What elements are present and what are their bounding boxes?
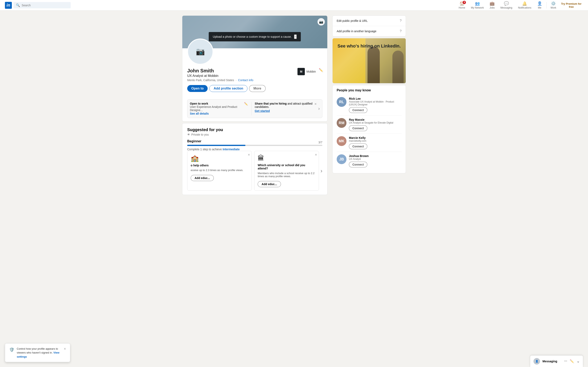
more-button[interactable]: More	[249, 85, 265, 92]
person-info-rick-lee: Rick Lee Associate UX Analyst at Mobbin …	[349, 97, 402, 113]
contact-info-link[interactable]: Contact info	[238, 78, 253, 82]
ad-text: See who's hiring on LinkedIn.	[333, 38, 406, 54]
avatar-camera-icon: 📷	[196, 47, 205, 56]
sidebar-edit-profile-item[interactable]: Edit public profile & URL ?	[333, 16, 406, 26]
add-profile-section-button[interactable]: Add profile section	[209, 85, 247, 92]
connect-button-ray-massie[interactable]: Connect	[349, 125, 367, 131]
nav-premium[interactable]: Try Premium for free	[559, 2, 583, 8]
progress-achieve-text: Complete 1 step to achieve Intermediate	[187, 148, 322, 151]
cover-camera-button[interactable]: 📷	[318, 18, 325, 25]
open-to-button[interactable]: Open to	[187, 85, 208, 92]
nav-notifications[interactable]: 🔔 Notifications	[516, 0, 534, 11]
person-row-ray-massie: RM Ray Massie UX Analyst at Seagate for …	[337, 116, 402, 134]
suggestion-card-2-title: Which university or school did you atten…	[258, 164, 315, 170]
person-row-rick-lee: RL Rick Lee Associate UX Analyst at Mobb…	[337, 95, 402, 116]
person-avatar-ray-massie: RM	[337, 118, 346, 128]
avatar: 📷	[187, 39, 213, 65]
notifications-icon: 🔔	[522, 1, 527, 6]
person-name-marcie-kelly: Marcie Kelly	[349, 136, 402, 140]
profile-card: Upload a photo or choose a custom image …	[182, 16, 328, 122]
open-to-work-banner: ✏️ Open to work User Experience Analyst …	[187, 99, 322, 118]
nav-messaging[interactable]: 💬 Messaging	[498, 0, 515, 11]
sidebar-profile-links-card: Edit public profile & URL ? Add profile …	[332, 16, 406, 36]
suggestion-cards-row: 🏫 × o help others eceive up to 2.3 times…	[187, 151, 319, 191]
connect-button-rick-lee[interactable]: Connect	[349, 107, 367, 113]
get-started-link[interactable]: Get started	[255, 109, 313, 113]
share-hiring-text: Share that you're hiring and attract qua…	[255, 102, 313, 108]
messaging-compose-icon[interactable]: ✏️	[570, 359, 574, 364]
toast-close-button[interactable]: ×	[64, 347, 66, 351]
people-know-section: People you may know RL Rick Lee Associat…	[333, 85, 406, 173]
sidebar-add-language-label: Add profile in another language	[337, 30, 376, 33]
profile-actions: Open to Add profile section More	[187, 85, 322, 92]
suggestion-card-1-title: o help others	[191, 164, 248, 167]
banner-next-arrow[interactable]: ›	[318, 106, 320, 111]
sidebar-edit-profile-help-icon: ?	[400, 19, 402, 23]
suggestion-card-2-add-button[interactable]: Add educ...	[258, 181, 281, 187]
profile-edit-button[interactable]: ✏️	[319, 68, 323, 72]
connect-button-marcie-kelly[interactable]: Connect	[349, 143, 367, 149]
connect-button-joshua-brown[interactable]: Connect	[349, 162, 367, 167]
people-know-title: People you may know	[337, 89, 402, 92]
suggested-title: Suggested for you	[187, 127, 322, 132]
person-avatar-rick-lee: RL	[337, 97, 346, 107]
messaging-label: Messaging	[543, 360, 562, 363]
nav-work[interactable]: ⚙️ Work	[548, 0, 559, 11]
toast-text: Control how your profile appears to view…	[17, 347, 61, 359]
nav-home[interactable]: 🏠 8 Home	[456, 0, 467, 11]
suggestion-card-1-close-button[interactable]: ×	[248, 153, 250, 157]
messaging-actions: ··· ✏️ ⌄	[564, 359, 580, 364]
messaging-bar[interactable]: 👤 Messaging ··· ✏️ ⌄	[530, 355, 583, 367]
me-icon: 👤	[537, 1, 542, 6]
intermediate-link[interactable]: Intermediate	[223, 148, 240, 151]
person-avatar-marcie-kelly: MK	[337, 136, 346, 146]
linkedin-logo[interactable]: in	[5, 2, 12, 9]
open-to-work-subtitle: User Experience Analyst and Product Desi…	[190, 105, 248, 112]
person-title-ray-massie: UX Analyst at Seagate for Elevate Digita…	[349, 121, 402, 124]
search-input[interactable]	[22, 4, 68, 7]
upload-toast-close-button[interactable]: ×	[294, 34, 297, 39]
navbar: in 🔍 🏠 8 Home 👥 My Network 💼 Jobs 💬 Mess…	[0, 0, 588, 11]
ad-image: See who's hiring on LinkedIn.	[333, 38, 406, 83]
search-bar[interactable]: 🔍	[13, 2, 71, 8]
sidebar-ad-card[interactable]: See who's hiring on LinkedIn.	[332, 38, 406, 83]
see-all-details-link[interactable]: See all details	[190, 112, 209, 115]
messaging-collapse-icon[interactable]: ⌄	[577, 359, 580, 364]
person-avatar-joshua-brown: JB	[337, 154, 346, 164]
person-name-ray-massie: Ray Massie	[349, 118, 402, 121]
suggestion-card-1-text: eceive up to 2.3 times as many profile v…	[191, 169, 248, 172]
banner-divider	[251, 102, 251, 115]
person-row-marcie-kelly: MK Marcie Kelly marciekelly.com Connect	[337, 134, 402, 152]
profile-avatar-area: 📷	[187, 39, 213, 65]
suggestion-card-2-close-button[interactable]: ×	[315, 153, 317, 157]
suggestion-next-arrow[interactable]: ›	[320, 167, 322, 174]
nav-notifications-label: Notifications	[518, 6, 531, 9]
sidebar-add-language-item[interactable]: Add profile in another language ?	[333, 26, 406, 36]
company-logo-area: M Mobbin	[297, 68, 316, 75]
person-title-joshua-brown: UX Analyst	[349, 158, 402, 160]
nav-center: 🏠 8 Home 👥 My Network 💼 Jobs 💬 Messaging…	[456, 0, 583, 11]
nav-me[interactable]: 👤 Me	[535, 0, 545, 11]
nav-my-network-label: My Network	[471, 6, 484, 9]
shield-icon: 🛡️	[9, 347, 14, 352]
open-to-work-title: Open to work	[190, 102, 248, 105]
suggestion-card-1-add-button[interactable]: Add educ...	[191, 175, 214, 181]
open-to-work-left: ✏️ Open to work User Experience Analyst …	[190, 102, 248, 115]
search-icon: 🔍	[16, 3, 20, 7]
jobs-icon: 💼	[490, 1, 495, 6]
progress-bar-background	[187, 145, 322, 146]
eye-icon: 👁	[187, 133, 190, 136]
nav-my-network[interactable]: 👥 My Network	[468, 0, 486, 11]
person-info-ray-massie: Ray Massie UX Analyst at Seagate for Ele…	[349, 118, 402, 131]
suggestion-card-1: 🏫 × o help others eceive up to 2.3 times…	[187, 151, 252, 191]
nav-jobs[interactable]: 💼 Jobs	[487, 0, 497, 11]
banner-close-button[interactable]: ×	[314, 102, 317, 106]
person-name-joshua-brown: Joshua Brown	[349, 154, 402, 158]
company-name-label: Mobbin	[306, 70, 316, 73]
progress-section: Beginner 3/7 Complete 1 step to achieve …	[187, 140, 322, 151]
progress-bar-wrap: 3/7	[187, 145, 322, 146]
open-to-work-edit-button[interactable]: ✏️	[244, 102, 248, 106]
nav-jobs-label: Jobs	[490, 6, 495, 9]
messaging-more-icon[interactable]: ···	[564, 359, 567, 364]
sidebar-edit-profile-label: Edit public profile & URL	[337, 19, 368, 22]
